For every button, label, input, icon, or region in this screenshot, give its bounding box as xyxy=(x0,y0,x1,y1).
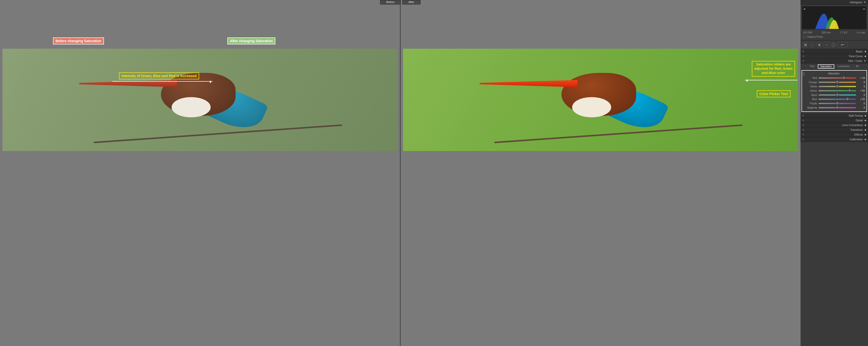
before-pane xyxy=(0,0,400,346)
slider-track[interactable] xyxy=(818,77,856,79)
slider-blue[interactable]: Blue+ 55 xyxy=(803,97,865,101)
slider-thumb[interactable] xyxy=(835,80,839,84)
crop-tool-icon[interactable]: ▦ xyxy=(803,42,808,47)
slider-value: 0 xyxy=(858,102,865,105)
brush-tool-icon[interactable]: ●━ xyxy=(838,42,847,47)
tab-saturation[interactable]: Saturation xyxy=(818,64,834,69)
histogram-header[interactable]: Histogram▼ xyxy=(801,0,868,5)
exif-row: ISO 560 500 mm ƒ / 8.0 ¹⁄₅₀₀ sec xyxy=(801,31,868,34)
original-photo-toggle[interactable]: Original Photo xyxy=(801,34,868,40)
slider-thumb[interactable] xyxy=(847,89,851,93)
slider-magenta[interactable]: Magenta0 xyxy=(803,106,865,110)
slider-thumb[interactable] xyxy=(845,97,849,101)
exif-aperture: ƒ / 8.0 xyxy=(840,31,847,34)
slider-label: Aqua xyxy=(803,94,817,96)
before-photo xyxy=(2,49,398,151)
hsl-tabs: Hue Saturation Luminance All xyxy=(801,63,868,70)
radial-tool-icon[interactable]: ◯ xyxy=(831,42,836,47)
detail-header[interactable]: Detail◀ xyxy=(801,118,868,123)
slider-value: + 65 xyxy=(858,90,865,92)
slider-value: 0 xyxy=(858,106,865,109)
slider-thumb[interactable] xyxy=(835,84,839,89)
slider-track[interactable] xyxy=(818,99,856,100)
intensity-note: Intensity of Green, Blue and Red is Incr… xyxy=(119,72,199,79)
slider-label: Orange xyxy=(803,81,817,83)
after-pane xyxy=(401,0,801,346)
basic-header[interactable]: Basic◀ xyxy=(801,49,868,54)
before-caption: Before changing Saturation xyxy=(53,37,104,44)
slider-thumb[interactable] xyxy=(835,93,839,97)
slider-green[interactable]: Green+ 65 xyxy=(803,89,865,93)
after-photo xyxy=(403,49,798,151)
slider-purple[interactable]: Purple0 xyxy=(803,101,865,106)
target-adjust-tool-icon[interactable] xyxy=(802,73,805,76)
before-after-bar: Before After xyxy=(0,0,801,4)
slider-thumb[interactable] xyxy=(842,76,846,80)
checkbox-icon xyxy=(803,36,806,38)
slider-track[interactable] xyxy=(818,90,856,91)
exif-focal: 500 mm xyxy=(822,31,831,34)
slider-value: 0 xyxy=(858,81,865,83)
compare-viewport: Before After Before changing Saturation … xyxy=(0,0,801,346)
hsl-saturation-body: Saturation Red+ 34Orange0Yellow0Green+ 6… xyxy=(802,70,867,112)
slider-track[interactable] xyxy=(818,107,856,108)
hsl-header[interactable]: HSL / Color▼ xyxy=(801,59,868,63)
tab-all[interactable]: All xyxy=(853,64,861,69)
before-label: Before xyxy=(380,0,401,4)
redeye-tool-icon[interactable]: ◉ xyxy=(816,42,822,47)
slider-value: + 34 xyxy=(858,77,865,79)
tone-curve-header[interactable]: Tone Curve◀ xyxy=(801,54,868,59)
slider-red[interactable]: Red+ 34 xyxy=(803,76,865,80)
slider-track[interactable] xyxy=(818,94,856,96)
tab-luminance[interactable]: Luminance xyxy=(835,64,852,69)
tab-hue[interactable]: Hue xyxy=(808,64,817,69)
slider-label: Red xyxy=(803,77,817,79)
slider-label: Green xyxy=(803,90,817,92)
split-toning-header[interactable]: Split Toning◀ xyxy=(801,113,868,118)
slider-note: Saturation sliders are adjusted for Red,… xyxy=(752,61,795,77)
slider-thumb[interactable] xyxy=(835,106,839,110)
hsl-subtitle: Saturation xyxy=(803,72,865,76)
transform-header[interactable]: Transform◀ xyxy=(801,128,868,132)
slider-label: Magenta xyxy=(803,106,817,109)
exif-shutter: ¹⁄₅₀₀ sec xyxy=(857,31,866,34)
slider-value: 0 xyxy=(858,85,865,88)
slider-yellow[interactable]: Yellow0 xyxy=(803,84,865,89)
slider-track[interactable] xyxy=(818,103,856,104)
slider-label: Yellow xyxy=(803,85,817,88)
slider-value: + 55 xyxy=(858,98,865,101)
slider-thumb[interactable] xyxy=(835,101,839,105)
effects-header[interactable]: Effects◀ xyxy=(801,132,868,137)
histogram-plot xyxy=(802,8,866,29)
picker-note: Color Picker Tool xyxy=(757,90,790,97)
slider-value: 0 xyxy=(858,94,865,96)
tool-strip: ▦ ◌ ◉ ▭ ◯ ●━ xyxy=(801,40,868,49)
slider-track[interactable] xyxy=(818,86,856,87)
calibration-header[interactable]: Calibration◀ xyxy=(801,137,868,142)
after-label: After xyxy=(402,0,421,4)
spot-tool-icon[interactable]: ◌ xyxy=(809,42,815,47)
exif-iso: ISO 560 xyxy=(803,31,812,34)
slider-label: Purple xyxy=(803,102,817,105)
slider-label: Blue xyxy=(803,98,817,101)
arrow-sliders xyxy=(745,80,798,80)
histogram[interactable] xyxy=(802,6,867,29)
slider-track[interactable] xyxy=(818,82,856,83)
arrow-intensity xyxy=(113,81,212,82)
gradient-tool-icon[interactable]: ▭ xyxy=(824,42,829,47)
after-caption: After changing Saturation xyxy=(227,37,275,44)
slider-orange[interactable]: Orange0 xyxy=(803,80,865,84)
develop-panel: Histogram▼ ISO 560 500 mm ƒ / 8.0 ¹⁄₅₀₀ … xyxy=(801,0,868,346)
lens-header[interactable]: Lens Corrections◀ xyxy=(801,123,868,128)
slider-aqua[interactable]: Aqua0 xyxy=(803,93,865,97)
